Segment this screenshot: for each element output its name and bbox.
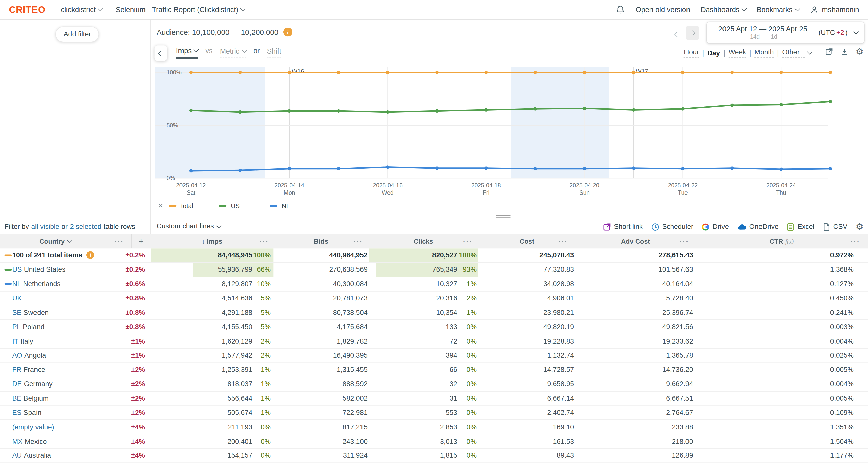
country-code[interactable]: BE bbox=[12, 395, 22, 402]
country-name[interactable]: (empty value) bbox=[12, 423, 54, 431]
table-row[interactable]: NLNetherlands±0.6%8,129,80710%40,300,084… bbox=[0, 277, 868, 291]
granularity-hour[interactable]: Hour bbox=[684, 48, 699, 57]
ctr-column-header[interactable]: CTR f(x) ··· bbox=[695, 234, 868, 248]
scheduler-button[interactable]: Scheduler bbox=[651, 223, 693, 231]
legend-item-nl[interactable]: NL bbox=[270, 203, 290, 209]
table-row[interactable]: UK±0.8%4,514,6365%20,781,07320,3162%4,90… bbox=[0, 291, 868, 306]
audience-info-icon[interactable]: i bbox=[283, 28, 292, 36]
table-row[interactable]: MXMexico±4%200,4010%243,1003,0130%161.53… bbox=[0, 435, 868, 449]
table-row[interactable]: AUAustralia±4%154,1570%311,9241,8150%89.… bbox=[0, 449, 868, 463]
bids-column-header[interactable]: Bids ··· bbox=[273, 234, 369, 248]
traffic-chart[interactable]: W16W17100%50%0%2025-04-12Sat2025-04-14Mo… bbox=[151, 60, 868, 198]
country-cell[interactable]: AOAngola bbox=[12, 352, 111, 359]
export-excel-button[interactable]: Excel bbox=[787, 223, 814, 231]
country-code[interactable]: ES bbox=[12, 409, 22, 417]
country-code[interactable]: UK bbox=[12, 294, 22, 302]
export-drive-button[interactable]: Drive bbox=[702, 223, 729, 231]
open-old-version-link[interactable]: Open old version bbox=[636, 5, 690, 14]
country-cell[interactable]: FRFrance bbox=[12, 366, 111, 374]
table-row[interactable]: SESweden±0.8%4,291,1885%80,738,50410,354… bbox=[0, 306, 868, 320]
add-column-button[interactable]: + bbox=[131, 234, 151, 248]
table-row[interactable]: AOAngola±1%1,577,9422%16,490,3953940%1,1… bbox=[0, 349, 868, 363]
column-menu-icon[interactable]: ··· bbox=[850, 237, 860, 245]
granularity-day-active[interactable]: Day bbox=[707, 49, 720, 57]
imps-column-header[interactable]: ↓ Imps ··· bbox=[151, 234, 273, 248]
country-cell[interactable]: AUAustralia bbox=[12, 452, 111, 460]
column-menu-icon[interactable]: ··· bbox=[259, 237, 269, 245]
account-selector[interactable]: clickdistrict bbox=[61, 5, 102, 14]
country-code[interactable]: FR bbox=[12, 366, 22, 374]
open-fullscreen-icon[interactable] bbox=[825, 47, 833, 56]
column-menu-icon[interactable]: ··· bbox=[353, 237, 363, 245]
export-csv-button[interactable]: CSV bbox=[823, 223, 847, 231]
adv-cost-column-header[interactable]: Adv Cost ··· bbox=[576, 234, 695, 248]
filter-all-visible-link[interactable]: all visible bbox=[31, 223, 59, 231]
export-onedrive-button[interactable]: OneDrive bbox=[737, 223, 778, 231]
country-cell[interactable]: UK bbox=[12, 294, 111, 302]
country-cell[interactable]: BEBelgium bbox=[12, 395, 111, 402]
column-menu-icon[interactable]: ··· bbox=[679, 237, 689, 245]
date-range-picker[interactable]: 2025 Apr 12 — 2025 Apr 25 -14d — -1d (UT… bbox=[706, 22, 865, 44]
column-menu-icon[interactable]: ··· bbox=[463, 237, 472, 245]
country-cell[interactable]: DEGermany bbox=[12, 380, 111, 388]
table-settings-gear-icon[interactable]: ⚙ bbox=[856, 223, 864, 231]
country-code[interactable]: US bbox=[12, 266, 22, 273]
country-code[interactable]: MX bbox=[12, 438, 22, 445]
compare-metric-dropdown[interactable]: Metric bbox=[220, 47, 246, 58]
table-row[interactable]: DEGermany±2%818,0371%888,592320%9,658.95… bbox=[0, 377, 868, 392]
user-menu[interactable]: mshamonin bbox=[810, 5, 859, 14]
country-cell[interactable]: PLPoland bbox=[12, 323, 111, 331]
table-row[interactable]: 100 of 241 total itemsi±0.2%84,448,94510… bbox=[0, 249, 868, 263]
column-menu-icon[interactable]: ··· bbox=[558, 237, 568, 245]
country-cell[interactable]: NLNetherlands bbox=[12, 280, 111, 288]
country-cell[interactable]: USUnited States bbox=[12, 266, 111, 273]
short-link-button[interactable]: Short link bbox=[603, 223, 643, 231]
resize-handle[interactable] bbox=[496, 215, 510, 220]
table-row[interactable]: ESSpain±2%505,6741%722,9815530%2,402.742… bbox=[0, 406, 868, 420]
country-cell[interactable]: ITItaly bbox=[12, 337, 111, 345]
country-code[interactable]: NL bbox=[12, 280, 21, 288]
country-code[interactable]: AO bbox=[12, 352, 22, 359]
date-next-button[interactable] bbox=[686, 26, 699, 40]
download-chart-icon[interactable] bbox=[840, 47, 848, 56]
info-icon[interactable]: i bbox=[87, 252, 94, 259]
legend-item-us[interactable]: US bbox=[219, 203, 240, 209]
table-row[interactable]: ITItaly±1%1,620,1292%1,829,782720%19,228… bbox=[0, 334, 868, 349]
country-code[interactable]: SE bbox=[12, 309, 22, 317]
granularity-month[interactable]: Month bbox=[754, 48, 774, 57]
country-cell[interactable]: ESSpain bbox=[12, 409, 111, 417]
date-prev-button[interactable] bbox=[675, 29, 679, 39]
custom-chart-lines-dropdown[interactable]: Custom chart lines bbox=[151, 223, 220, 231]
report-selector[interactable]: Selenium - Traffic Report (Clickdistrict… bbox=[116, 5, 245, 14]
country-code[interactable]: DE bbox=[12, 380, 22, 388]
country-cell[interactable]: 100 of 241 total itemsi bbox=[12, 252, 111, 259]
chart-settings-gear-icon[interactable]: ⚙ bbox=[856, 47, 864, 56]
clicks-column-header[interactable]: Clicks ··· bbox=[369, 234, 478, 248]
country-cell[interactable]: SESweden bbox=[12, 309, 111, 317]
country-column-header[interactable]: Country bbox=[0, 234, 111, 248]
table-row[interactable]: USUnited States±0.2%55,936,79966%270,638… bbox=[0, 263, 868, 277]
country-code[interactable]: PL bbox=[12, 323, 21, 331]
notifications-bell-icon[interactable] bbox=[616, 5, 625, 14]
bookmarks-menu[interactable]: Bookmarks bbox=[757, 5, 799, 14]
table-row[interactable]: FRFrance±2%1,253,3911%1,315,455660%14,72… bbox=[0, 363, 868, 377]
granularity-week[interactable]: Week bbox=[728, 48, 746, 57]
add-filter-button[interactable]: Add filter bbox=[55, 27, 99, 42]
criteo-logo[interactable]: CRITEO bbox=[9, 4, 45, 15]
column-menu-icon[interactable]: ··· bbox=[114, 237, 124, 245]
metric-dropdown[interactable]: Imps bbox=[176, 46, 198, 59]
dashboards-menu[interactable]: Dashboards bbox=[701, 5, 746, 14]
country-code[interactable]: IT bbox=[12, 337, 18, 345]
country-code[interactable]: AU bbox=[12, 452, 22, 460]
legend-close-icon[interactable]: ✕ bbox=[158, 202, 163, 210]
table-row[interactable]: (empty value)±4%211,1930%817,2152,8530%1… bbox=[0, 420, 868, 435]
timezone-selector[interactable]: (UTC +2 ) bbox=[819, 29, 864, 36]
granularity-other[interactable]: Other... bbox=[782, 48, 812, 57]
collapse-panel-button[interactable] bbox=[155, 45, 167, 61]
table-row[interactable]: PLPoland±0.8%4,155,4505%4,175,6841330%49… bbox=[0, 320, 868, 334]
table-row[interactable]: BEBelgium±2%556,6441%582,002310%6,667.14… bbox=[0, 392, 868, 406]
legend-item-total[interactable]: total bbox=[169, 203, 193, 209]
country-cell[interactable]: MXMexico bbox=[12, 438, 111, 445]
country-cell[interactable]: (empty value) bbox=[12, 423, 111, 431]
shift-toggle[interactable]: Shift bbox=[267, 47, 281, 58]
